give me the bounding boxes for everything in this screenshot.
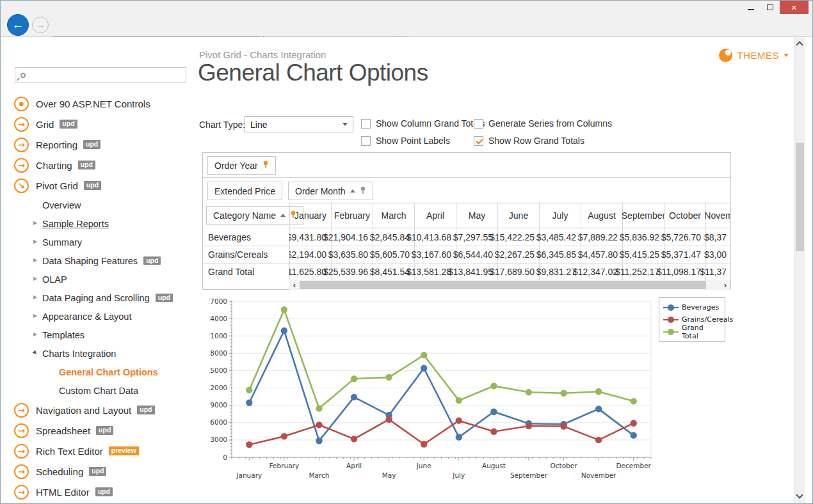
data-point-beverages-june[interactable] — [421, 365, 427, 371]
sidebar-item-navigation-and-layout[interactable]: →Navigation and Layoutupd — [1, 400, 198, 420]
close-button[interactable]: × — [780, 1, 809, 14]
badge-preview: preview — [109, 446, 139, 455]
sidebar-item-charts-integration[interactable]: ▶Charts Integration — [1, 344, 198, 363]
sidebar-item-templates[interactable]: ▶Templates — [1, 326, 198, 344]
data-point-beverages-december[interactable] — [631, 432, 637, 438]
svg-text:24000: 24000 — [209, 315, 227, 322]
sidebar-item-data-shaping-features[interactable]: ▶Data Shaping Featuresupd — [1, 251, 198, 270]
badge-upd: upd — [143, 256, 161, 265]
scrollbar-thumb[interactable] — [300, 281, 706, 289]
maximize-button[interactable] — [761, 1, 780, 14]
data-point-grand-total-january[interactable] — [246, 387, 252, 393]
search-input[interactable] — [31, 69, 186, 82]
back-button[interactable]: ← — [7, 14, 29, 36]
legend-item-beverages[interactable]: Beverages — [663, 301, 721, 313]
data-point-grains-cereals-july[interactable] — [456, 417, 462, 423]
legend-item-grand-total[interactable]: Grand Total — [663, 326, 721, 338]
minimize-button[interactable] — [741, 1, 761, 14]
browser-window: × https://demos.devexpress.com/ASPxPivot… — [0, 0, 813, 504]
sidebar-search-box[interactable] — [15, 67, 186, 83]
checkbox-show-column-grand-totals[interactable]: Show Column Grand Totals — [361, 118, 485, 129]
sidebar-item-appearance-layout[interactable]: ▶Appearance & Layout — [1, 307, 198, 326]
data-point-grand-total-march[interactable] — [316, 405, 322, 411]
data-point-grand-total-september[interactable] — [526, 389, 532, 395]
data-point-beverages-july[interactable] — [456, 434, 462, 440]
data-point-grains-cereals-october[interactable] — [560, 423, 567, 429]
sidebar-item-pivot-grid[interactable]: ↘Pivot Gridupd — [1, 175, 198, 196]
field-order-year[interactable]: Order Year — [207, 156, 276, 175]
badge-upd: upd — [137, 406, 154, 414]
scroll-right-icon[interactable]: › — [720, 280, 730, 290]
checkbox-show-point-labels[interactable]: Show Point Labels — [361, 136, 450, 146]
scrollbar-thumb[interactable] — [796, 143, 804, 251]
field-order-month[interactable]: Order Month — [288, 182, 373, 200]
data-point-beverages-january[interactable] — [246, 400, 252, 406]
page-vertical-scrollbar[interactable] — [794, 37, 805, 503]
data-point-beverages-march[interactable] — [316, 437, 322, 444]
pivot-horizontal-scrollbar[interactable]: ‹› — [289, 280, 730, 290]
column-header-january: January — [289, 203, 331, 228]
checkbox-show-row-grand-totals[interactable]: Show Row Grand Totals — [474, 136, 584, 146]
sidebar-item-custom-chart-data[interactable]: Custom Chart Data — [1, 381, 198, 400]
sidebar-item-rich-text-editor[interactable]: →Rich Text Editorpreview — [1, 441, 198, 461]
chart-type-label: Chart Type: — [199, 120, 245, 130]
data-point-grains-cereals-june[interactable] — [421, 441, 427, 447]
sidebar-item-summary[interactable]: ▶Summary — [1, 233, 198, 251]
data-cell: $25,539.96 — [331, 263, 373, 280]
themes-button[interactable]: THEMES — [719, 49, 789, 62]
column-header-august: August — [581, 203, 622, 228]
sidebar-item-reporting[interactable]: →Reportingupd — [1, 134, 198, 155]
data-point-grand-total-august[interactable] — [490, 382, 497, 389]
maximize-icon — [767, 4, 773, 10]
data-cell: $7,889.22 — [581, 228, 622, 246]
field-label: Category Name — [213, 210, 276, 221]
data-point-grains-cereals-april[interactable] — [351, 436, 357, 442]
data-point-grand-total-february[interactable] — [281, 306, 287, 313]
data-point-beverages-february[interactable] — [281, 327, 287, 334]
browser-nav-bar: https://demos.devexpress.com/ASPxPivotGr… — [1, 19, 812, 37]
data-point-grains-cereals-january[interactable] — [246, 441, 252, 448]
svg-text:12000: 12000 — [209, 384, 227, 391]
sidebar-item-over-90-asp-net-controls[interactable]: ●Over 90 ASP.NET Controls — [1, 93, 198, 114]
chevron-down-icon — [342, 123, 348, 126]
data-point-grand-total-november[interactable] — [595, 388, 602, 395]
sidebar-item-sample-reports[interactable]: ▶Sample Reports — [1, 214, 198, 233]
data-point-grains-cereals-february[interactable] — [281, 433, 287, 439]
data-point-grains-cereals-november[interactable] — [595, 437, 602, 443]
svg-text:18000: 18000 — [209, 349, 227, 357]
data-point-grains-cereals-december[interactable] — [631, 420, 637, 426]
filter-pin-icon — [360, 186, 366, 196]
data-point-grand-total-april[interactable] — [351, 375, 357, 382]
data-point-grand-total-october[interactable] — [560, 390, 567, 397]
data-point-grand-total-july[interactable] — [456, 397, 462, 404]
forward-button[interactable]: → — [32, 17, 49, 33]
scroll-down-icon[interactable] — [796, 491, 803, 498]
field-extended-price[interactable]: Extended Price — [207, 182, 282, 200]
data-point-grains-cereals-august[interactable] — [490, 429, 497, 435]
chart-type-select[interactable]: Line — [245, 116, 353, 132]
data-point-grand-total-december[interactable] — [631, 398, 637, 404]
data-point-grains-cereals-march[interactable] — [316, 421, 322, 428]
legend-label: Grand Total — [682, 324, 721, 340]
data-cell: $3,167.60 — [414, 246, 456, 263]
sidebar-item-spreadsheet[interactable]: →Spreadsheetupd — [1, 420, 198, 441]
sidebar-item-general-chart-options[interactable]: General Chart Options — [1, 363, 198, 381]
sidebar-item-olap[interactable]: ▶OLAP — [1, 270, 198, 288]
sidebar-item-grid[interactable]: →Gridupd — [1, 114, 198, 134]
checkbox-generate-series-from-columns[interactable]: Generate Series from Columns — [474, 118, 612, 129]
row-header-grains-cereals: Grains/Cereals — [203, 246, 289, 263]
data-point-beverages-april[interactable] — [351, 394, 357, 400]
data-point-grand-total-may[interactable] — [385, 374, 392, 381]
data-point-grains-cereals-may[interactable] — [385, 416, 392, 423]
data-point-grains-cereals-september[interactable] — [526, 423, 532, 429]
data-point-grand-total-june[interactable] — [421, 352, 427, 358]
sidebar-item-overview[interactable]: Overview — [1, 196, 198, 214]
sidebar-item-data-paging-and-scrolling[interactable]: ▶Data Paging and Scrollingupd — [1, 288, 198, 307]
sidebar-item-scheduling[interactable]: →Schedulingupd — [1, 461, 198, 482]
scroll-left-icon[interactable]: ‹ — [289, 280, 300, 290]
data-point-beverages-august[interactable] — [490, 409, 497, 415]
scroll-up-icon[interactable] — [796, 41, 803, 48]
sidebar-item-html-editor[interactable]: →HTML Editorupd — [1, 482, 198, 502]
sidebar-item-charting[interactable]: →Chartingupd — [1, 155, 198, 175]
data-point-beverages-november[interactable] — [595, 406, 602, 412]
